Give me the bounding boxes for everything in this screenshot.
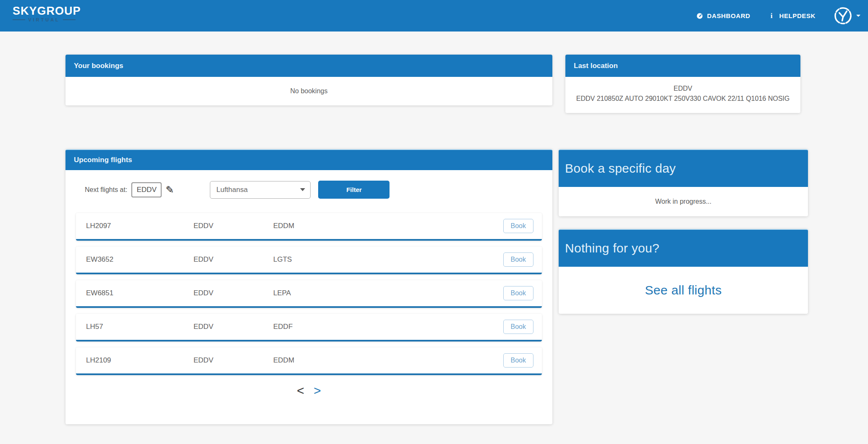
flight-number: EW3652 bbox=[76, 255, 193, 264]
skygroup-emblem-avatar-icon bbox=[833, 6, 853, 26]
book-button[interactable]: Book bbox=[503, 219, 533, 233]
book-specific-day-card: Book a specific day Work in progress... bbox=[559, 149, 808, 216]
departure-airport: EDDV bbox=[193, 323, 273, 331]
upcoming-flights-card: Upcoming flights Next flights at: ✎ Luft… bbox=[65, 149, 552, 424]
flight-number: LH2097 bbox=[76, 222, 193, 230]
pencil-icon[interactable]: ✎ bbox=[165, 185, 174, 195]
airline-select[interactable]: Lufthansa bbox=[210, 181, 311, 199]
work-in-progress-text: Work in progress... bbox=[655, 198, 711, 205]
see-all-flights-link[interactable]: See all flights bbox=[645, 283, 722, 297]
upcoming-flights-header: Upcoming flights bbox=[65, 149, 552, 170]
filter-button[interactable]: Filter bbox=[318, 181, 390, 199]
nav-item-dashboard[interactable]: DASHBOARD bbox=[696, 12, 750, 20]
previous-page-button[interactable]: < bbox=[297, 384, 304, 397]
departure-airport: EDDV bbox=[193, 222, 273, 230]
brand-logo: SKYGROUP VIRTUAL bbox=[13, 5, 76, 22]
flight-row: EW6851 EDDV LEPA Book bbox=[76, 280, 542, 308]
upcoming-flights-title: Upcoming flights bbox=[74, 156, 132, 164]
flight-row: LH2109 EDDV EDDM Book bbox=[76, 347, 542, 375]
departure-airport: EDDV bbox=[193, 356, 273, 365]
arrival-airport: EDDM bbox=[273, 222, 503, 230]
flight-row: LH2097 EDDV EDDM Book bbox=[76, 213, 542, 241]
last-location-title: Last location bbox=[574, 62, 618, 70]
last-location-metar: EDDV 210850Z AUTO 29010KT 250V330 CAVOK … bbox=[570, 94, 795, 104]
flight-row: EW3652 EDDV LGTS Book bbox=[76, 247, 542, 274]
next-flights-label: Next flights at: bbox=[85, 186, 127, 194]
book-button[interactable]: Book bbox=[503, 252, 533, 267]
your-bookings-title: Your bookings bbox=[74, 62, 123, 70]
flight-number: LH57 bbox=[76, 323, 193, 331]
arrival-airport: LGTS bbox=[273, 255, 503, 264]
user-menu-button[interactable] bbox=[833, 6, 860, 26]
chevron-down-icon bbox=[856, 15, 860, 19]
last-location-card: Last location EDDV EDDV 210850Z AUTO 290… bbox=[565, 55, 800, 113]
airline-select-wrap: Lufthansa bbox=[210, 181, 311, 199]
last-location-station: EDDV bbox=[570, 84, 795, 94]
next-page-button[interactable]: > bbox=[314, 384, 321, 397]
nothing-for-you-body: See all flights bbox=[559, 267, 808, 314]
nothing-for-you-header: Nothing for you? bbox=[559, 229, 808, 267]
info-icon: i bbox=[768, 12, 776, 20]
nothing-for-you-card: Nothing for you? See all flights bbox=[559, 229, 808, 314]
nothing-for-you-title: Nothing for you? bbox=[565, 241, 659, 255]
book-button[interactable]: Book bbox=[503, 353, 533, 368]
flight-list: LH2097 EDDV EDDM Book EW3652 EDDV LGTS B… bbox=[76, 213, 542, 381]
arrival-airport: LEPA bbox=[273, 289, 503, 297]
last-location-header: Last location bbox=[565, 55, 800, 77]
nav-item-helpdesk[interactable]: i HELPDESK bbox=[768, 12, 816, 20]
brand-title: SKYGROUP bbox=[13, 5, 76, 17]
brand-line-left bbox=[13, 19, 25, 20]
arrival-airport: EDDM bbox=[273, 356, 503, 365]
book-specific-day-body: Work in progress... bbox=[559, 187, 808, 216]
book-specific-day-header: Book a specific day bbox=[559, 149, 808, 187]
top-nav-menu: DASHBOARD i HELPDESK bbox=[696, 0, 860, 32]
brand-subtitle-row: VIRTUAL bbox=[13, 17, 76, 22]
flight-number: LH2109 bbox=[76, 356, 193, 365]
top-navigation-bar: SKYGROUP VIRTUAL DASHBOARD i HELPDESK bbox=[0, 0, 868, 32]
flight-number: EW6851 bbox=[76, 289, 193, 297]
no-bookings-text: No bookings bbox=[290, 87, 328, 95]
brand-subtitle: VIRTUAL bbox=[28, 17, 60, 22]
airport-input[interactable] bbox=[131, 182, 162, 197]
brand-line-right bbox=[63, 19, 76, 20]
nav-dashboard-label: DASHBOARD bbox=[707, 12, 750, 19]
your-bookings-body: No bookings bbox=[65, 77, 552, 105]
last-location-body: EDDV EDDV 210850Z AUTO 29010KT 250V330 C… bbox=[565, 77, 800, 113]
book-specific-day-title: Book a specific day bbox=[565, 161, 676, 176]
your-bookings-card: Your bookings No bookings bbox=[65, 55, 552, 105]
nav-helpdesk-label: HELPDESK bbox=[779, 12, 816, 19]
pagination: < > bbox=[65, 384, 552, 398]
gauge-icon bbox=[696, 12, 703, 20]
book-button[interactable]: Book bbox=[503, 320, 533, 334]
arrival-airport: EDDF bbox=[273, 323, 503, 331]
departure-airport: EDDV bbox=[193, 289, 273, 297]
flight-row: LH57 EDDV EDDF Book bbox=[76, 314, 542, 342]
book-button[interactable]: Book bbox=[503, 286, 533, 300]
your-bookings-header: Your bookings bbox=[65, 55, 552, 77]
departure-airport: EDDV bbox=[193, 255, 273, 264]
flight-filter-bar: Next flights at: ✎ Lufthansa Filter bbox=[65, 170, 552, 199]
